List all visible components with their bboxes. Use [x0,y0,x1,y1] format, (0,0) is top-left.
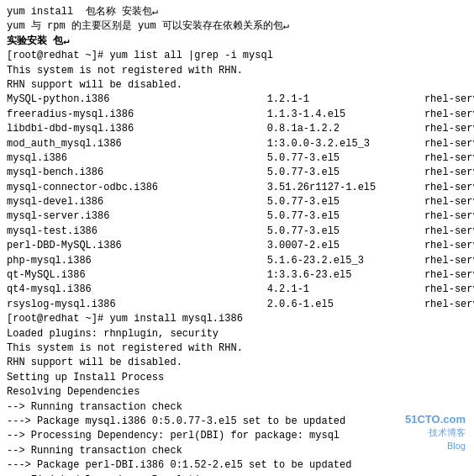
terminal-line-3: 实验安装 包↵ [7,34,467,49]
terminal-line-30: ---> Package mysql.i386 0:5.0.77-3.el5 s… [7,415,467,429]
terminal-content: yum install 包名称 安装包↵yum 与 rpm 的主要区别是 yum… [7,5,467,476]
terminal-line-21: rsyslog-mysql.i386 2.0.6-1.el5 rhel-serv… [7,298,467,312]
terminal-line-31: --> Processing Dependency: perl(DBI) for… [7,429,467,443]
watermark-line1: 51CTO.com [405,413,466,426]
terminal-line-11: mysql.i386 5.0.77-3.el5 rhel-server [7,151,467,166]
terminal-line-17: perl-DBD-MySQL.i386 3.0007-2.el5 rhel-se… [7,239,467,253]
terminal-line-12: mysql-bench.i386 5.0.77-3.el5 rhel-serve… [7,166,467,180]
terminal-line-27: Setting up Install Process [7,371,467,385]
watermark-line3: Blog [447,441,466,451]
terminal-line-2: yum 与 rpm 的主要区别是 yum 可以安装存在依赖关系的包↵ [7,19,467,34]
terminal-line-32: --> Running transaction check [7,444,467,458]
terminal-line-15: mysql-server.i386 5.0.77-3.el5 rhel-serv… [7,209,467,224]
terminal-line-19: qt-MySQL.i386 1:3.3.6-23.el5 rhel-server [7,268,467,283]
terminal-line-13: mysql-connector-odbc.i386 3.51.26r1127-1… [7,181,467,195]
terminal-line-25: This system is not registered with RHN. [7,341,467,356]
terminal-line-20: qt4-mysql.i386 4.2.1-1 rhel-server [7,283,467,297]
watermark-line2: 技术博客 [429,426,466,439]
terminal-line-28: Resolving Dependencies [7,385,467,399]
terminal-line-6: RHN support will be disabled. [7,78,467,93]
terminal-line-24: Loaded plugins: rhnplugin, security [7,327,467,341]
terminal-line-7: MySQL-python.i386 1.2.1-1 rhel-server [7,93,467,107]
terminal-line-9: libdbi-dbd-mysql.i386 0.8.1a-1.2.2 rhel-… [7,122,467,136]
terminal-line-4: [root@redhat ~]# yum list all |grep -i m… [7,49,467,63]
terminal-line-5: This system is not registered with RHN. [7,64,467,78]
terminal-line-33: ---> Package perl-DBI.i386 0:1.52-2.el5 … [7,458,467,473]
terminal-line-34: --> Finished Dependency Resolution [7,473,467,477]
terminal-line-26: RHN support will be disabled. [7,356,467,370]
terminal-line-16: mysql-test.i386 5.0.77-3.el5 rhel-server [7,225,467,239]
terminal-line-23: [root@redhat ~]# yum install mysql.i386 [7,312,467,326]
terminal-line-1: yum install 包名称 安装包↵ [7,5,467,19]
terminal-line-18: php-mysql.i386 5.1.6-23.2.el5_3 rhel-ser… [7,254,467,268]
terminal-line-29: --> Running transaction check [7,400,467,415]
terminal-line-10: mod_auth_mysql.i386 1:3.0.0-3.2.el5_3 rh… [7,137,467,151]
terminal-line-14: mysql-devel.i386 5.0.77-3.el5 rhel-serve… [7,195,467,209]
terminal-line-8: freeradius-mysql.i386 1.1.3-1.4.el5 rhel… [7,108,467,122]
terminal-window: yum install 包名称 安装包↵yum 与 rpm 的主要区别是 yum… [0,0,474,476]
